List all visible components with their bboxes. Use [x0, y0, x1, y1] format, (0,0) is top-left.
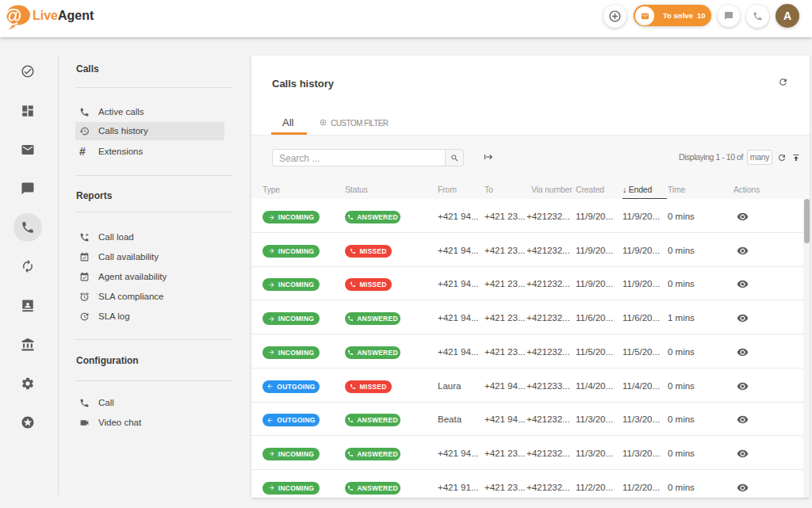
svg-text:@: @: [4, 6, 21, 26]
